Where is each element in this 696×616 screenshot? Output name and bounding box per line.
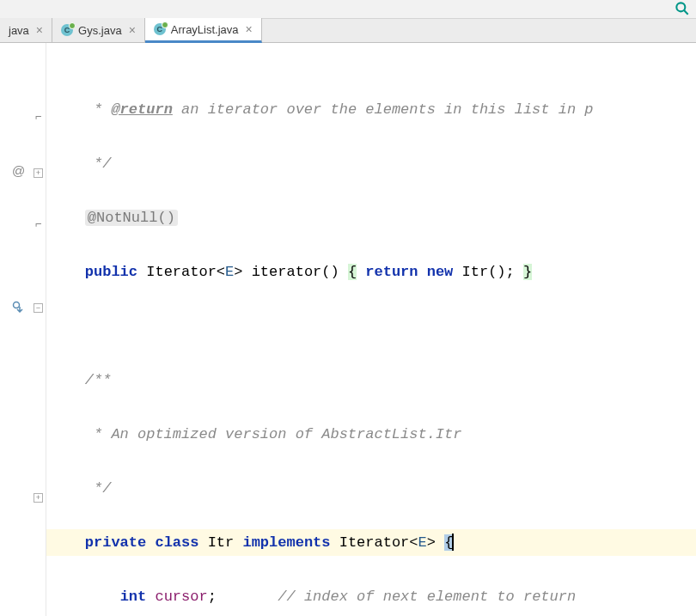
class-icon: C [154,23,166,35]
text-caret [452,534,454,551]
fold-gutter[interactable]: ⌐ + ⌐ − + [31,43,46,616]
svg-point-2 [14,302,20,308]
override-annotation-icon[interactable]: @ [12,163,25,178]
editor-tab-bar: java × C Gys.java × C ArrayList.java × [0,19,696,43]
fold-end-icon[interactable]: ⌐ [34,219,43,229]
tab-java[interactable]: java × [0,18,52,42]
fold-end-icon[interactable]: ⌐ [34,112,43,121]
tab-label: Gys.java [78,24,122,37]
fold-plus-icon[interactable]: + [34,493,43,503]
fold-minus-icon[interactable]: − [34,303,43,313]
search-icon[interactable] [674,0,691,17]
close-icon[interactable]: × [244,22,254,36]
line-number-gutter[interactable]: @ [0,43,31,616]
tab-label: java [9,24,29,37]
svg-line-1 [684,10,688,15]
fold-plus-icon[interactable]: + [34,168,43,178]
tab-gys[interactable]: C Gys.java × [52,18,145,42]
tab-label: ArrayList.java [171,23,239,36]
close-icon[interactable]: × [34,23,45,37]
svg-point-0 [676,3,685,11]
close-icon[interactable]: × [127,23,137,37]
code-editor[interactable]: * @return an iterator over the elements … [46,43,696,616]
class-icon: C [61,24,73,36]
implements-method-icon[interactable] [12,301,24,315]
tab-arraylist[interactable]: C ArrayList.java × [145,18,262,43]
